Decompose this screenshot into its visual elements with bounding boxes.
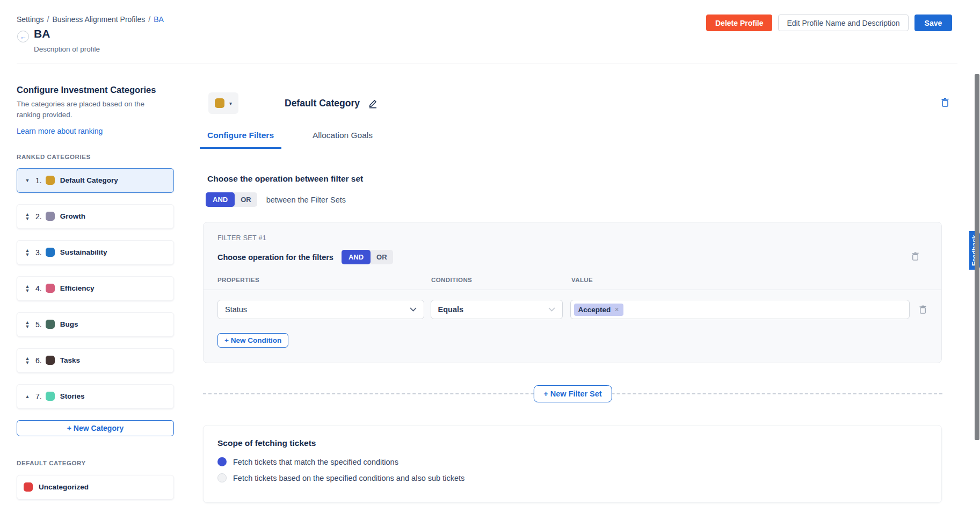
delete-filter-set-trash-icon[interactable] bbox=[911, 251, 920, 261]
category-rank: 5. bbox=[35, 320, 42, 329]
category-rank: 6. bbox=[35, 356, 42, 365]
radio-selected-icon[interactable] bbox=[217, 457, 227, 466]
category-item-default-category[interactable]: ▼ 1. Default Category bbox=[17, 168, 174, 193]
filters-operation-row: Choose operation for the filters AND OR bbox=[217, 250, 927, 264]
vertical-scrollbar[interactable] bbox=[975, 74, 979, 440]
column-divider bbox=[204, 290, 941, 290]
radio-label: Fetch tickets based on the specified con… bbox=[233, 474, 464, 482]
page-description: Description of profile bbox=[34, 45, 100, 53]
category-rank: 2. bbox=[35, 212, 42, 221]
delete-profile-button[interactable]: Delete Profile bbox=[706, 15, 772, 31]
category-title: Default Category bbox=[285, 98, 360, 109]
category-rank: 4. bbox=[35, 284, 42, 293]
reorder-up-icon[interactable]: ▲ bbox=[24, 394, 31, 399]
tab-configure-filters[interactable]: Configure Filters bbox=[200, 131, 281, 149]
save-button[interactable]: Save bbox=[914, 15, 953, 31]
category-list: ▼ 1. Default Category ▲▼ 2. Growth ▲▼ 3.… bbox=[17, 168, 174, 409]
breadcrumb-profiles[interactable]: Business Alignment Profiles bbox=[52, 15, 145, 24]
edit-pencil-icon[interactable] bbox=[368, 98, 378, 109]
new-filter-set-button[interactable]: + New Filter Set bbox=[533, 385, 612, 402]
conditions-column-header: CONDITIONS bbox=[431, 277, 571, 283]
category-color-dot bbox=[46, 320, 55, 329]
category-label: Uncategorized bbox=[39, 483, 89, 491]
default-category-label: DEFAULT CATEGORY bbox=[17, 460, 174, 466]
and-option[interactable]: AND bbox=[206, 192, 235, 207]
reorder-updown-icon[interactable]: ▲▼ bbox=[24, 320, 31, 329]
category-color-dot bbox=[46, 176, 55, 185]
category-item-growth[interactable]: ▲▼ 2. Growth bbox=[17, 204, 174, 229]
filter-set-label: FILTER SET #1 bbox=[217, 234, 927, 242]
property-select-value: Status bbox=[225, 305, 247, 314]
color-picker-dropdown[interactable]: ▾ bbox=[208, 92, 238, 114]
properties-column-header: PROPERTIES bbox=[217, 277, 431, 283]
condition-row: Status Equals Accepted × bbox=[217, 300, 927, 319]
new-filter-set-row: + New Filter Set bbox=[203, 385, 942, 402]
uncategorized-item[interactable]: Uncategorized bbox=[17, 475, 174, 500]
header-divider bbox=[17, 63, 957, 63]
category-color-dot bbox=[46, 392, 55, 401]
scope-option-match-conditions[interactable]: Fetch tickets that match the specified c… bbox=[217, 457, 927, 466]
category-item-tasks[interactable]: ▲▼ 6. Tasks bbox=[17, 348, 174, 373]
category-item-sustainability[interactable]: ▲▼ 3. Sustainability bbox=[17, 240, 174, 265]
reorder-down-icon[interactable]: ▼ bbox=[24, 178, 31, 183]
delete-category-trash-icon[interactable] bbox=[940, 97, 950, 107]
category-item-bugs[interactable]: ▲▼ 5. Bugs bbox=[17, 312, 174, 337]
learn-more-link[interactable]: Learn more about ranking bbox=[17, 127, 103, 135]
breadcrumb-settings[interactable]: Settings bbox=[17, 15, 44, 24]
chip-remove-icon[interactable]: × bbox=[614, 307, 619, 312]
radio-label: Fetch tickets that match the specified c… bbox=[233, 458, 398, 466]
new-category-button[interactable]: + New Category bbox=[17, 420, 174, 436]
category-label: Default Category bbox=[60, 176, 118, 184]
and-option[interactable]: AND bbox=[342, 250, 371, 264]
header-actions: Delete Profile Edit Profile Name and Des… bbox=[706, 15, 952, 31]
category-color-dot bbox=[46, 212, 55, 221]
arrow-left-icon: ← bbox=[20, 33, 27, 41]
new-condition-button[interactable]: + New Condition bbox=[217, 333, 288, 348]
or-option[interactable]: OR bbox=[371, 250, 393, 264]
breadcrumb-current: BA bbox=[154, 15, 164, 24]
filter-set-card: FILTER SET #1 Choose operation for the f… bbox=[203, 222, 942, 363]
category-label: Bugs bbox=[60, 320, 78, 328]
ranked-categories-label: RANKED CATEGORIES bbox=[17, 154, 174, 160]
reorder-updown-icon[interactable]: ▲▼ bbox=[24, 356, 31, 365]
reorder-updown-icon[interactable]: ▲▼ bbox=[24, 284, 31, 293]
category-label: Stories bbox=[60, 392, 85, 400]
breadcrumb: Settings/Business Alignment Profiles/BA bbox=[17, 15, 164, 24]
or-option[interactable]: OR bbox=[235, 192, 257, 207]
reorder-updown-icon[interactable]: ▲▼ bbox=[24, 212, 31, 221]
category-color-dot bbox=[46, 284, 55, 293]
operation-section-heading: Choose the operation between filter set bbox=[207, 174, 942, 184]
category-rank: 3. bbox=[35, 248, 42, 257]
category-color-dot bbox=[24, 482, 33, 492]
category-color-dot bbox=[46, 248, 55, 257]
chevron-down-icon bbox=[548, 307, 555, 312]
chevron-down-icon bbox=[410, 307, 417, 312]
value-input[interactable]: Accepted × bbox=[570, 300, 910, 319]
radio-unselected-icon[interactable] bbox=[217, 473, 227, 482]
breadcrumb-separator: / bbox=[47, 15, 49, 24]
scope-heading: Scope of fetching tickets bbox=[217, 438, 927, 448]
category-label: Efficiency bbox=[60, 284, 95, 292]
property-select[interactable]: Status bbox=[217, 300, 424, 319]
reorder-updown-icon[interactable]: ▲▼ bbox=[24, 248, 31, 257]
category-header: ▾ Default Category bbox=[208, 92, 942, 114]
tab-bar: Configure Filters Allocation Goals bbox=[207, 131, 942, 149]
edit-profile-button[interactable]: Edit Profile Name and Description bbox=[778, 15, 908, 31]
back-button[interactable]: ← bbox=[17, 31, 29, 42]
main-panel: ▾ Default Category Configure Filters All… bbox=[203, 86, 942, 503]
value-chip: Accepted × bbox=[574, 304, 623, 316]
condition-select-value: Equals bbox=[438, 305, 464, 314]
category-rank: 7. bbox=[35, 392, 42, 401]
scope-option-sub-tickets[interactable]: Fetch tickets based on the specified con… bbox=[217, 473, 927, 482]
sidebar-subtitle: The categories are placed based on the r… bbox=[17, 99, 152, 121]
category-item-efficiency[interactable]: ▲▼ 4. Efficiency bbox=[17, 276, 174, 301]
category-item-stories[interactable]: ▲ 7. Stories bbox=[17, 384, 174, 409]
category-color-dot bbox=[46, 356, 55, 365]
filters-operation-label: Choose operation for the filters bbox=[217, 253, 333, 262]
condition-select[interactable]: Equals bbox=[431, 300, 563, 319]
scope-card: Scope of fetching tickets Fetch tickets … bbox=[203, 425, 942, 503]
category-label: Growth bbox=[60, 212, 85, 220]
tab-allocation-goals[interactable]: Allocation Goals bbox=[313, 131, 373, 149]
delete-condition-trash-icon[interactable] bbox=[918, 305, 927, 314]
page-title: BA bbox=[34, 27, 50, 40]
